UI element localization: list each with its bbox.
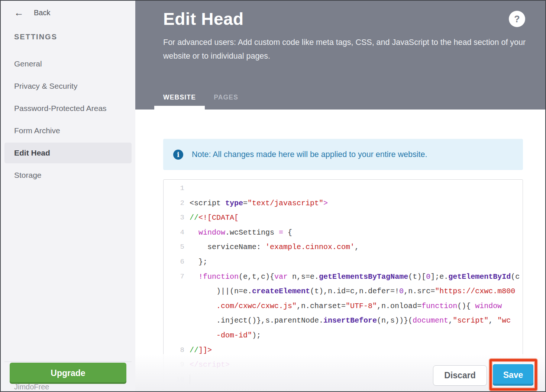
code-line-text: }; (184, 255, 523, 270)
code-line[interactable]: 1 (164, 181, 523, 196)
sidebar-item-general[interactable]: General (1, 53, 135, 75)
code-line[interactable]: .inject()},s.parentNode.insertBefore(n,s… (164, 313, 523, 328)
code-line-text: )||(n=e.createElement(t),n.id=c,n.defer=… (184, 284, 523, 299)
line-number: 4 (164, 225, 184, 240)
site-section: abc-co.jimdofree.com JimdoFree ⋮ Upgrade (1, 362, 135, 391)
note-text: Note: All changes made here will be appl… (192, 150, 427, 159)
tab-website[interactable]: WEBSITE (154, 85, 205, 110)
code-line-text: !function(e,t,c){var n,s=e.getElementsBy… (184, 270, 523, 284)
code-line-text: -dom-id"); (184, 328, 523, 343)
line-number: 3 (164, 210, 184, 225)
sidebar-item-privacy-security[interactable]: Privacy & Security (1, 75, 135, 97)
code-line[interactable]: 4 window.wcSettings = { (164, 225, 523, 240)
code-line-text: .inject()},s.parentNode.insertBefore(n,s… (184, 313, 523, 328)
line-number: 6 (164, 255, 184, 270)
save-button[interactable]: Save (493, 364, 533, 386)
site-plan: JimdoFree (14, 383, 122, 391)
code-line-text: //<![CDATA[ (184, 210, 523, 225)
line-number: 2 (164, 196, 184, 211)
upgrade-button[interactable]: Upgrade (10, 363, 126, 384)
sidebar-item-edit-head[interactable]: Edit Head (4, 143, 132, 163)
code-line[interactable]: 3//<![CDATA[ (164, 210, 523, 225)
sidebar-item-storage[interactable]: Storage (1, 164, 135, 186)
line-number (164, 284, 184, 299)
code-line-text: <script type="text/javascript"> (184, 196, 523, 211)
back-label: Back (34, 9, 50, 17)
tab-bar: WEBSITEPAGES (154, 85, 247, 110)
tab-pages[interactable]: PAGES (205, 85, 247, 110)
page-description: For advanced users: Add custom code like… (163, 36, 527, 63)
sidebar-item-password-protected-areas[interactable]: Password-Protected Areas (1, 97, 135, 120)
code-line[interactable]: 7 !function(e,t,c){var n,s=e.getElements… (164, 270, 523, 284)
line-number: 1 (164, 181, 184, 196)
line-number: 7 (164, 270, 184, 284)
code-line[interactable]: 5 serviceName: 'example.cinnox.com', (164, 240, 523, 255)
edit-head-settings-page: { "sidebar": { "back_label": "Back", "se… (0, 0, 546, 392)
back-arrow-icon: ← (14, 8, 24, 17)
code-line[interactable]: -dom-id"); (164, 328, 523, 343)
code-line-text: window.wcSettings = { (184, 225, 523, 240)
settings-nav: GeneralPrivacy & SecurityPassword-Protec… (1, 53, 135, 186)
page-title: Edit Head (163, 1, 545, 29)
line-number (164, 328, 184, 343)
code-line-text: serviceName: 'example.cinnox.com', (184, 240, 523, 255)
save-highlight-annotation: Save (490, 359, 537, 391)
code-line[interactable]: 6 }; (164, 255, 523, 270)
code-line[interactable]: .com/cxwc/cxwc.js",n.charset="UTF-8",n.o… (164, 299, 523, 314)
code-line-text (184, 181, 523, 196)
line-number (164, 313, 184, 328)
code-line-text: .com/cxwc/cxwc.js",n.charset="UTF-8",n.o… (184, 299, 523, 314)
help-button[interactable]: ? (509, 11, 525, 27)
code-line[interactable]: )||(n=e.createElement(t),n.id=c,n.defer=… (164, 284, 523, 299)
discard-button[interactable]: Discard (433, 365, 487, 386)
note-banner: i Note: All changes made here will be ap… (163, 139, 523, 170)
info-icon: i (173, 150, 183, 160)
line-number: 5 (164, 240, 184, 255)
action-footer: Discard Save (135, 354, 545, 391)
back-button[interactable]: ← Back (1, 1, 135, 24)
code-line[interactable]: 2<script type="text/javascript"> (164, 196, 523, 211)
settings-section-label: SETTINGS (14, 33, 135, 41)
page-header: Edit Head For advanced users: Add custom… (135, 1, 545, 110)
settings-sidebar: ← Back SETTINGS GeneralPrivacy & Securit… (1, 1, 135, 391)
sidebar-item-form-archive[interactable]: Form Archive (1, 120, 135, 142)
main-panel: Edit Head For advanced users: Add custom… (135, 1, 545, 391)
line-number (164, 299, 184, 314)
